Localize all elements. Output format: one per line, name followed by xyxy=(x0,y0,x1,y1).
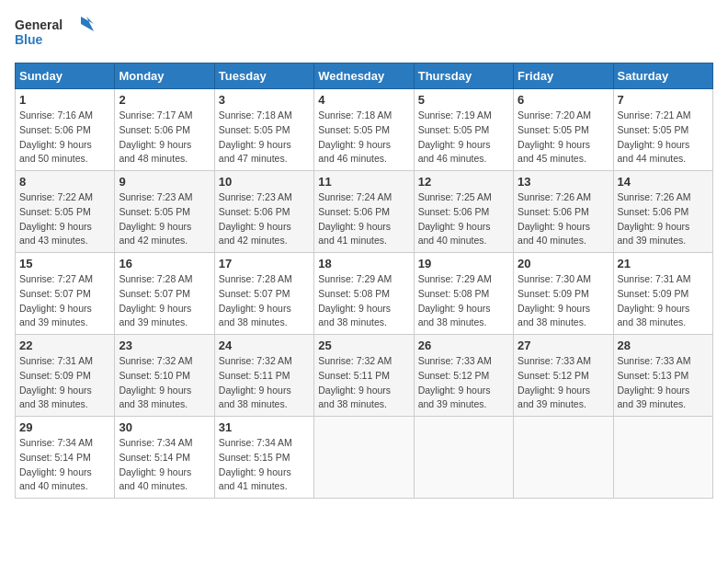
day-info: Sunrise: 7:18 AMSunset: 5:05 PMDaylight:… xyxy=(219,109,310,167)
calendar-cell: 28Sunrise: 7:33 AMSunset: 5:13 PMDayligh… xyxy=(613,335,712,417)
day-number: 24 xyxy=(219,339,310,352)
calendar-cell: 19Sunrise: 7:29 AMSunset: 5:08 PMDayligh… xyxy=(414,253,513,335)
calendar-week-5: 29Sunrise: 7:34 AMSunset: 5:14 PMDayligh… xyxy=(16,417,713,499)
calendar-cell: 23Sunrise: 7:32 AMSunset: 5:10 PMDayligh… xyxy=(115,335,214,417)
logo: GeneralBlue xyxy=(15,15,97,52)
day-number: 10 xyxy=(219,175,310,189)
day-number: 31 xyxy=(219,420,310,434)
day-number: 23 xyxy=(119,339,210,352)
day-number: 20 xyxy=(518,257,609,270)
calendar-cell: 22Sunrise: 7:31 AMSunset: 5:09 PMDayligh… xyxy=(16,335,115,417)
day-info: Sunrise: 7:16 AMSunset: 5:06 PMDaylight:… xyxy=(19,109,110,167)
day-info: Sunrise: 7:31 AMSunset: 5:09 PMDaylight:… xyxy=(19,354,110,412)
calendar-cell: 11Sunrise: 7:24 AMSunset: 5:06 PMDayligh… xyxy=(314,171,414,253)
day-info: Sunrise: 7:34 AMSunset: 5:14 PMDaylight:… xyxy=(19,436,110,494)
calendar-cell: 16Sunrise: 7:28 AMSunset: 5:07 PMDayligh… xyxy=(115,253,214,335)
day-info: Sunrise: 7:28 AMSunset: 5:07 PMDaylight:… xyxy=(219,272,310,330)
day-info: Sunrise: 7:19 AMSunset: 5:05 PMDaylight:… xyxy=(418,109,509,167)
day-info: Sunrise: 7:23 AMSunset: 5:06 PMDaylight:… xyxy=(219,190,310,248)
calendar-cell: 1Sunrise: 7:16 AMSunset: 5:06 PMDaylight… xyxy=(16,89,115,171)
svg-text:Blue: Blue xyxy=(15,32,43,47)
day-number: 18 xyxy=(318,257,409,270)
calendar-cell xyxy=(514,417,613,499)
day-info: Sunrise: 7:27 AMSunset: 5:07 PMDaylight:… xyxy=(19,272,110,330)
day-info: Sunrise: 7:33 AMSunset: 5:12 PMDaylight:… xyxy=(518,354,609,412)
day-info: Sunrise: 7:24 AMSunset: 5:06 PMDaylight:… xyxy=(318,190,409,248)
day-number: 16 xyxy=(119,257,210,270)
calendar-cell: 26Sunrise: 7:33 AMSunset: 5:12 PMDayligh… xyxy=(414,335,513,417)
day-number: 13 xyxy=(518,175,609,189)
col-header-friday: Friday xyxy=(514,63,613,89)
calendar-week-3: 15Sunrise: 7:27 AMSunset: 5:07 PMDayligh… xyxy=(16,253,713,335)
day-number: 2 xyxy=(119,93,210,107)
day-info: Sunrise: 7:32 AMSunset: 5:11 PMDaylight:… xyxy=(318,354,409,412)
day-info: Sunrise: 7:33 AMSunset: 5:12 PMDaylight:… xyxy=(418,354,509,412)
day-number: 8 xyxy=(19,175,110,189)
day-info: Sunrise: 7:22 AMSunset: 5:05 PMDaylight:… xyxy=(19,190,110,248)
day-number: 9 xyxy=(119,175,210,189)
day-info: Sunrise: 7:20 AMSunset: 5:05 PMDaylight:… xyxy=(518,109,609,167)
day-number: 27 xyxy=(518,339,609,352)
day-number: 17 xyxy=(219,257,310,270)
day-info: Sunrise: 7:32 AMSunset: 5:10 PMDaylight:… xyxy=(119,354,210,412)
calendar-cell: 2Sunrise: 7:17 AMSunset: 5:06 PMDaylight… xyxy=(115,89,214,171)
calendar-cell: 5Sunrise: 7:19 AMSunset: 5:05 PMDaylight… xyxy=(414,89,513,171)
day-number: 5 xyxy=(418,93,509,107)
day-number: 7 xyxy=(618,93,709,107)
day-number: 14 xyxy=(618,175,709,189)
day-number: 11 xyxy=(318,175,409,189)
calendar-cell: 15Sunrise: 7:27 AMSunset: 5:07 PMDayligh… xyxy=(16,253,115,335)
calendar-cell: 31Sunrise: 7:34 AMSunset: 5:15 PMDayligh… xyxy=(214,417,313,499)
day-info: Sunrise: 7:33 AMSunset: 5:13 PMDaylight:… xyxy=(618,354,709,412)
col-header-monday: Monday xyxy=(115,63,214,89)
col-header-saturday: Saturday xyxy=(613,63,712,89)
day-number: 4 xyxy=(318,93,409,107)
day-info: Sunrise: 7:31 AMSunset: 5:09 PMDaylight:… xyxy=(618,272,709,330)
day-number: 6 xyxy=(518,93,609,107)
calendar-cell: 21Sunrise: 7:31 AMSunset: 5:09 PMDayligh… xyxy=(613,253,712,335)
day-number: 28 xyxy=(618,339,709,352)
col-header-tuesday: Tuesday xyxy=(214,63,313,89)
page-header: GeneralBlue xyxy=(15,15,713,52)
day-info: Sunrise: 7:29 AMSunset: 5:08 PMDaylight:… xyxy=(418,272,509,330)
calendar-cell: 20Sunrise: 7:30 AMSunset: 5:09 PMDayligh… xyxy=(514,253,613,335)
calendar-cell: 27Sunrise: 7:33 AMSunset: 5:12 PMDayligh… xyxy=(514,335,613,417)
day-number: 1 xyxy=(19,93,110,107)
calendar-cell xyxy=(613,417,712,499)
day-number: 12 xyxy=(418,175,509,189)
svg-text:General: General xyxy=(15,17,63,32)
day-number: 26 xyxy=(418,339,509,352)
day-info: Sunrise: 7:34 AMSunset: 5:15 PMDaylight:… xyxy=(219,436,310,494)
day-number: 19 xyxy=(418,257,509,270)
day-number: 15 xyxy=(19,257,110,270)
day-number: 3 xyxy=(219,93,310,107)
calendar-cell: 25Sunrise: 7:32 AMSunset: 5:11 PMDayligh… xyxy=(314,335,414,417)
calendar-cell: 24Sunrise: 7:32 AMSunset: 5:11 PMDayligh… xyxy=(214,335,313,417)
calendar-cell: 8Sunrise: 7:22 AMSunset: 5:05 PMDaylight… xyxy=(16,171,115,253)
day-info: Sunrise: 7:26 AMSunset: 5:06 PMDaylight:… xyxy=(518,190,609,248)
col-header-sunday: Sunday xyxy=(16,63,115,89)
calendar-cell: 18Sunrise: 7:29 AMSunset: 5:08 PMDayligh… xyxy=(314,253,414,335)
calendar-cell: 29Sunrise: 7:34 AMSunset: 5:14 PMDayligh… xyxy=(16,417,115,499)
calendar-week-4: 22Sunrise: 7:31 AMSunset: 5:09 PMDayligh… xyxy=(16,335,713,417)
svg-marker-2 xyxy=(81,17,94,31)
calendar-cell: 17Sunrise: 7:28 AMSunset: 5:07 PMDayligh… xyxy=(214,253,313,335)
day-info: Sunrise: 7:29 AMSunset: 5:08 PMDaylight:… xyxy=(318,272,409,330)
day-info: Sunrise: 7:17 AMSunset: 5:06 PMDaylight:… xyxy=(119,109,210,167)
day-info: Sunrise: 7:26 AMSunset: 5:06 PMDaylight:… xyxy=(618,190,709,248)
calendar-cell: 3Sunrise: 7:18 AMSunset: 5:05 PMDaylight… xyxy=(214,89,313,171)
day-info: Sunrise: 7:25 AMSunset: 5:06 PMDaylight:… xyxy=(418,190,509,248)
day-info: Sunrise: 7:32 AMSunset: 5:11 PMDaylight:… xyxy=(219,354,310,412)
day-info: Sunrise: 7:30 AMSunset: 5:09 PMDaylight:… xyxy=(518,272,609,330)
day-number: 25 xyxy=(318,339,409,352)
calendar-cell: 4Sunrise: 7:18 AMSunset: 5:05 PMDaylight… xyxy=(314,89,414,171)
calendar-cell: 14Sunrise: 7:26 AMSunset: 5:06 PMDayligh… xyxy=(613,171,712,253)
calendar-cell: 13Sunrise: 7:26 AMSunset: 5:06 PMDayligh… xyxy=(514,171,613,253)
day-info: Sunrise: 7:23 AMSunset: 5:05 PMDaylight:… xyxy=(119,190,210,248)
day-info: Sunrise: 7:28 AMSunset: 5:07 PMDaylight:… xyxy=(119,272,210,330)
calendar-cell: 30Sunrise: 7:34 AMSunset: 5:14 PMDayligh… xyxy=(115,417,214,499)
col-header-wednesday: Wednesday xyxy=(314,63,414,89)
calendar-cell xyxy=(414,417,513,499)
calendar-week-2: 8Sunrise: 7:22 AMSunset: 5:05 PMDaylight… xyxy=(16,171,713,253)
day-number: 22 xyxy=(19,339,110,352)
